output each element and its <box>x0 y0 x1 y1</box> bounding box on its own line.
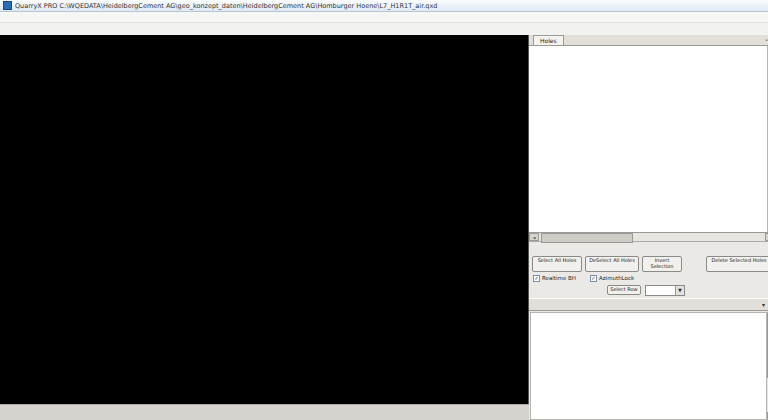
table-horizontal-scrollbar[interactable]: ◄ ► <box>529 233 768 242</box>
options-row: ✓Realtime BH ✓AzimuthLock <box>529 273 768 284</box>
window-title: QuarryX PRO C:\WQEDATA\HeidelbergCement … <box>15 2 437 10</box>
app-icon <box>3 1 12 10</box>
select-row-button[interactable]: Select Row <box>607 285 641 295</box>
realtime-bh-label: Realtime BH <box>542 275 576 281</box>
objects-tab-row: ▾ ✕ <box>529 298 768 311</box>
tab-holes[interactable]: Holes <box>533 35 564 45</box>
delete-selected-holes-button[interactable]: Delete Selected Holes <box>706 256 768 272</box>
select-all-holes-button[interactable]: Select All Holes <box>532 256 582 272</box>
hole-pattern-toolbar <box>529 242 768 255</box>
hscroll-thumb[interactable] <box>541 233 633 243</box>
terrain-wireframe <box>0 35 528 404</box>
main-area: Holes — ▲ ▼ ◄ ► S <box>0 35 768 420</box>
panel-dropdown-icon[interactable]: ▾ <box>762 301 765 308</box>
hscroll-track[interactable] <box>539 233 765 241</box>
azimuth-lock-checkbox[interactable]: ✓AzimuthLock <box>590 275 634 282</box>
scroll-left-arrow[interactable]: ◄ <box>529 233 539 241</box>
window-titlebar[interactable]: QuarryX PRO C:\WQEDATA\HeidelbergCement … <box>0 0 768 12</box>
objects-tree: ▲ ▼ <box>530 312 768 420</box>
viewport-3d[interactable] <box>0 35 529 404</box>
select-row-area: Select Row ▼ <box>529 284 768 298</box>
app-window: QuarryX PRO C:\WQEDATA\HeidelbergCement … <box>0 0 768 420</box>
invert-selection-button[interactable]: Invert Selection <box>642 256 682 272</box>
combo-dropdown-arrow[interactable]: ▼ <box>675 286 684 295</box>
azimuth-lock-label: AzimuthLock <box>599 275 634 281</box>
selection-buttons-row: Select All Holes DeSelect All Holes Inve… <box>529 255 768 273</box>
holes-tab-row: Holes — <box>529 35 768 46</box>
menu-bar <box>0 12 768 23</box>
deselect-all-holes-button[interactable]: DeSelect All Holes <box>585 256 639 272</box>
viewport-column <box>0 35 529 420</box>
right-panel: Holes — ▲ ▼ ◄ ► S <box>529 35 768 420</box>
realtime-bh-checkbox[interactable]: ✓Realtime BH <box>533 275 576 282</box>
holes-table-container: ▲ ▼ <box>529 46 768 233</box>
row-select-combobox[interactable]: ▼ <box>645 285 685 296</box>
view-tab-bar <box>0 404 529 420</box>
